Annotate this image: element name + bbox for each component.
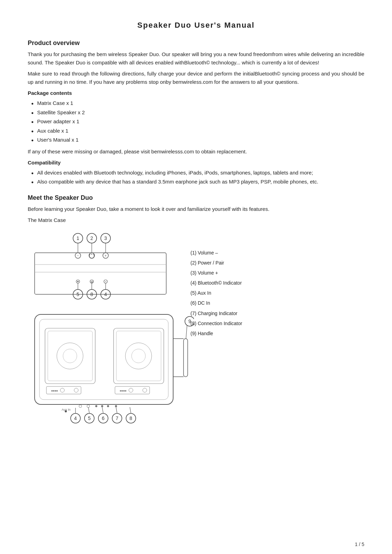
svg-text:⏻: ⏻ bbox=[91, 280, 93, 283]
label-8: (8) Connection Indicator bbox=[190, 319, 242, 328]
svg-point-75 bbox=[95, 405, 97, 407]
svg-point-38 bbox=[63, 349, 77, 363]
svg-rect-36 bbox=[48, 331, 92, 381]
svg-text:■■■■: ■■■■ bbox=[120, 389, 126, 392]
intro-paragraph-1: Thank you for purchasing the bem wireles… bbox=[28, 50, 364, 67]
list-item: Power adapter x 1 bbox=[31, 118, 364, 126]
label-5: (5) Aux In bbox=[190, 289, 242, 297]
svg-point-28 bbox=[77, 281, 79, 282]
label-3: (3) Volume + bbox=[190, 269, 242, 277]
svg-line-69 bbox=[116, 407, 117, 413]
svg-text:2: 2 bbox=[90, 235, 93, 241]
list-item: Satellite Speaker x 2 bbox=[31, 109, 364, 117]
compatibility-list: All devices enabled with Bluetooth techn… bbox=[31, 169, 364, 186]
svg-text:+: + bbox=[105, 280, 107, 283]
svg-text:−: − bbox=[77, 254, 79, 258]
svg-rect-44 bbox=[116, 331, 161, 381]
page-number: 1 / 5 bbox=[355, 542, 364, 547]
svg-text:4: 4 bbox=[74, 416, 77, 421]
svg-text:6: 6 bbox=[102, 416, 105, 421]
matrix-case-label: The Matrix Case bbox=[28, 216, 364, 224]
label-7: (7) Charging Indicator bbox=[190, 309, 242, 318]
svg-point-77 bbox=[107, 405, 109, 407]
svg-text:7: 7 bbox=[116, 416, 118, 421]
svg-line-63 bbox=[88, 407, 89, 413]
svg-point-46 bbox=[132, 349, 145, 363]
svg-text:+: + bbox=[105, 254, 107, 258]
svg-text:■■■■: ■■■■ bbox=[51, 389, 58, 392]
svg-line-72 bbox=[130, 407, 131, 413]
label-4: (4) Bluetooth© Indicator bbox=[190, 279, 242, 287]
speaker-top-diagram: 1 2 3 bbox=[28, 228, 166, 304]
svg-point-40 bbox=[60, 388, 64, 392]
list-item: Aux cable x 1 bbox=[31, 127, 364, 135]
label-9: (9) Handle bbox=[190, 329, 242, 338]
meet-intro: Before learning your Speaker Duo, take a… bbox=[28, 205, 364, 213]
svg-text:5: 5 bbox=[77, 292, 79, 297]
list-item: User's Manual x 1 bbox=[31, 136, 364, 144]
intro-paragraph-2: Make sure to read through the following … bbox=[28, 70, 364, 86]
label-6: (6) DC In bbox=[190, 299, 242, 307]
svg-point-37 bbox=[57, 343, 83, 369]
svg-point-73 bbox=[79, 405, 82, 408]
svg-rect-43 bbox=[114, 328, 164, 384]
compatibility-title: Compatibility bbox=[28, 159, 364, 167]
list-item: All devices enabled with Bluetooth techn… bbox=[31, 169, 364, 177]
svg-point-74 bbox=[87, 405, 90, 408]
list-item: Also compatible with any device that has… bbox=[31, 178, 364, 186]
package-contents-list: Matrix Case x 1 Satellite Speaker x 2 Po… bbox=[31, 99, 364, 144]
svg-text:4: 4 bbox=[104, 292, 107, 297]
missing-text: If any of these were missing or damaged,… bbox=[28, 148, 364, 156]
svg-point-45 bbox=[125, 343, 152, 369]
svg-line-66 bbox=[102, 407, 103, 413]
page-title: Speaker Duo User's Manual bbox=[28, 21, 364, 30]
svg-text:5: 5 bbox=[88, 416, 91, 421]
svg-point-49 bbox=[143, 388, 147, 392]
speaker-bottom-diagram: ■■■■ ■■■■ bbox=[28, 311, 180, 429]
svg-text:1: 1 bbox=[77, 235, 79, 241]
svg-point-41 bbox=[74, 388, 78, 392]
label-2: (2) Power / Pair bbox=[190, 259, 242, 267]
list-item: Matrix Case x 1 bbox=[31, 99, 364, 107]
svg-rect-53 bbox=[184, 339, 188, 377]
svg-rect-34 bbox=[39, 319, 168, 400]
svg-text:9: 9 bbox=[188, 319, 191, 324]
meet-section-title: Meet the Speaker Duo bbox=[28, 194, 364, 202]
svg-point-48 bbox=[129, 388, 133, 392]
svg-line-56 bbox=[186, 326, 187, 339]
diagram-left: 1 2 3 bbox=[28, 228, 180, 429]
svg-point-78 bbox=[115, 405, 117, 407]
svg-text:3: 3 bbox=[104, 235, 107, 241]
label-1: (1) Volume – bbox=[190, 249, 242, 257]
svg-rect-9 bbox=[35, 253, 166, 294]
feature-labels: (1) Volume – (2) Power / Pair (3) Volume… bbox=[190, 249, 242, 338]
svg-text:8: 8 bbox=[130, 416, 132, 421]
svg-rect-35 bbox=[45, 328, 95, 384]
diagram-area: 1 2 3 bbox=[28, 228, 364, 429]
svg-point-76 bbox=[101, 405, 103, 407]
product-overview-title: Product overview bbox=[28, 39, 364, 47]
package-contents-title: Package contents bbox=[28, 89, 364, 97]
svg-text:8: 8 bbox=[90, 292, 93, 297]
svg-text:Aux In: Aux In bbox=[62, 408, 71, 411]
